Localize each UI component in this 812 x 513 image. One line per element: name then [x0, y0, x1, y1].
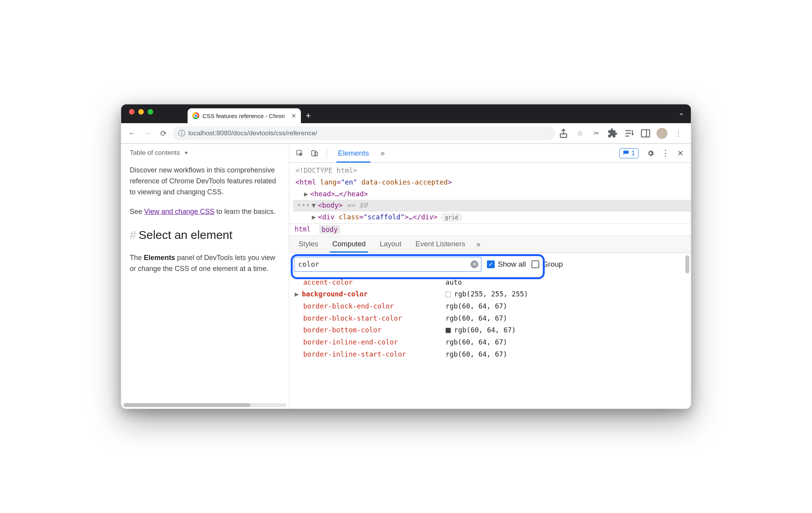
scrollbar-thumb[interactable] — [123, 403, 250, 407]
toc-toggle[interactable]: Table of contents ▼ — [130, 148, 280, 158]
toc-label: Table of contents — [130, 148, 180, 158]
computed-row[interactable]: border-block-end-colorrgb(60, 64, 67) — [289, 300, 691, 312]
more-subtabs-icon[interactable]: » — [476, 240, 481, 249]
see-paragraph: See View and change CSS to learn the bas… — [130, 206, 280, 217]
body-element-selected[interactable]: •••▼<body> == $0 — [293, 200, 691, 212]
view-change-css-link[interactable]: View and change CSS — [144, 208, 215, 215]
horizontal-scrollbar[interactable] — [123, 403, 286, 407]
anchor-hash[interactable]: # — [130, 228, 136, 241]
color-swatch-icon[interactable] — [445, 328, 451, 333]
crumb-html[interactable]: html — [295, 225, 311, 234]
more-tabs-icon[interactable]: » — [376, 147, 389, 160]
body-paragraph: The Elements panel of DevTools lets you … — [130, 253, 280, 274]
devtools-toolbar: Elements » 1 ⋮ ✕ — [289, 144, 691, 163]
filter-input-wrap: ✕ — [294, 257, 481, 272]
styles-subtabs: Styles Computed Layout Event Listeners » — [289, 236, 691, 253]
chrome-favicon-icon — [192, 112, 199, 119]
bookmark-icon[interactable]: ☆ — [574, 128, 585, 139]
doctype-node: <!DOCTYPE html> — [295, 167, 357, 174]
computed-property: border-block-start-color — [289, 312, 445, 325]
chrome-menu-icon[interactable]: ⋮ — [673, 128, 684, 139]
dom-breadcrumb: html body — [289, 223, 691, 236]
html-element[interactable]: <html lang="en" data-cookies-accepted> — [293, 177, 691, 188]
toolbar-actions: ☆ ✂ ⋮ — [558, 128, 686, 139]
close-devtools-icon[interactable]: ✕ — [674, 147, 687, 160]
computed-value: rgb(60, 64, 67) — [445, 324, 516, 336]
subtab-computed[interactable]: Computed — [325, 235, 372, 253]
reload-button[interactable]: ⟳ — [157, 127, 170, 140]
body-prefix: The — [130, 254, 144, 262]
filter-input[interactable] — [294, 257, 481, 272]
expand-arrow-icon[interactable]: ▶ — [304, 188, 309, 200]
dom-tree[interactable]: <!DOCTYPE html> <html lang="en" data-coo… — [289, 163, 691, 223]
scope-indicator: == $0 — [343, 201, 367, 209]
back-button[interactable]: ← — [126, 127, 138, 140]
expand-arrow-icon[interactable]: ▶ — [295, 290, 299, 298]
crumb-body[interactable]: body — [319, 225, 340, 234]
collapse-arrow-icon[interactable]: ▼ — [312, 200, 317, 212]
vertical-scrollbar[interactable] — [685, 255, 689, 273]
extensions-icon[interactable] — [607, 128, 618, 139]
close-window-icon[interactable] — [129, 109, 134, 115]
tabs-overflow-icon[interactable]: ⌄ — [679, 109, 684, 117]
site-info-icon[interactable]: ⓘ — [178, 129, 185, 138]
subtab-event-listeners[interactable]: Event Listeners — [408, 235, 472, 253]
issues-badge[interactable]: 1 — [619, 148, 639, 158]
new-tab-button[interactable]: + — [301, 108, 316, 123]
tab-elements[interactable]: Elements — [333, 144, 374, 163]
computed-filter-row: ✕ ✓ Show all Group — [289, 253, 691, 276]
computed-row[interactable]: accent-colorauto — [289, 276, 691, 289]
show-all-checkbox[interactable]: ✓ Show all — [487, 260, 526, 269]
settings-gear-icon[interactable] — [644, 147, 657, 160]
forward-button[interactable]: → — [141, 127, 154, 140]
inspect-element-icon[interactable] — [293, 147, 306, 160]
scissors-icon[interactable]: ✂ — [591, 128, 602, 139]
computed-property: border-bottom-color — [289, 324, 445, 336]
close-tab-icon[interactable]: ✕ — [291, 112, 296, 120]
section-heading: #Select an element — [130, 226, 280, 244]
head-element[interactable]: ▶<head>…</head> — [293, 188, 691, 200]
url-host: localhost:8080/docs/devtools/css/referen… — [188, 129, 317, 137]
group-checkbox[interactable]: Group — [531, 260, 563, 269]
computed-property: border-inline-end-color — [289, 336, 445, 348]
show-all-label: Show all — [498, 260, 526, 269]
computed-property: ▶background-color — [289, 288, 445, 300]
expand-arrow-icon[interactable]: ▶ — [312, 212, 317, 223]
see-suffix: to learn the basics. — [215, 208, 275, 215]
devtools-menu-icon[interactable]: ⋮ — [659, 147, 672, 160]
color-swatch-icon[interactable] — [445, 292, 451, 297]
computed-value: rgb(60, 64, 67) — [445, 348, 507, 361]
devtools-panel: Elements » 1 ⋮ ✕ <!DOCTYPE html> <html l… — [289, 144, 691, 409]
subtab-layout[interactable]: Layout — [373, 235, 409, 253]
maximize-window-icon[interactable] — [148, 109, 153, 115]
see-prefix: See — [130, 208, 144, 215]
computed-row[interactable]: border-bottom-colorrgb(60, 64, 67) — [289, 324, 691, 336]
computed-row[interactable]: border-block-start-colorrgb(60, 64, 67) — [289, 312, 691, 325]
minimize-window-icon[interactable] — [138, 109, 144, 115]
group-label: Group — [542, 260, 563, 269]
computed-value: rgb(60, 64, 67) — [445, 336, 507, 348]
layout-badge[interactable]: grid — [441, 213, 463, 221]
computed-property: border-inline-start-color — [289, 348, 445, 361]
computed-row[interactable]: ▶background-colorrgb(255, 255, 255) — [289, 288, 691, 300]
browser-tab[interactable]: CSS features reference - Chron ✕ — [188, 108, 301, 123]
intro-paragraph: Discover new workflows in this comprehen… — [130, 165, 280, 198]
clear-filter-icon[interactable]: ✕ — [470, 260, 478, 268]
share-icon[interactable] — [558, 128, 569, 139]
side-panel-icon[interactable] — [640, 128, 651, 139]
reading-list-icon[interactable] — [624, 128, 635, 139]
div-element[interactable]: ▶<div class="scaffold">…</div>grid — [293, 212, 691, 223]
checkbox-checked-icon: ✓ — [487, 260, 495, 268]
profile-avatar[interactable] — [656, 128, 667, 139]
browser-window: CSS features reference - Chron ✕ + ⌄ ← →… — [121, 104, 691, 409]
computed-value: auto — [445, 276, 462, 289]
address-bar[interactable]: ⓘ localhost:8080/docs/devtools/css/refer… — [173, 126, 555, 140]
ellipsis-icon[interactable]: ••• — [297, 201, 311, 209]
subtab-styles[interactable]: Styles — [292, 235, 325, 253]
computed-row[interactable]: border-inline-end-colorrgb(60, 64, 67) — [289, 336, 691, 348]
computed-row[interactable]: border-inline-start-colorrgb(60, 64, 67) — [289, 348, 691, 361]
device-toolbar-icon[interactable] — [308, 147, 321, 160]
tab-strip: CSS features reference - Chron ✕ + ⌄ — [121, 104, 691, 123]
computed-properties-list: accent-colorauto▶background-colorrgb(255… — [289, 276, 691, 409]
toolbar: ← → ⟳ ⓘ localhost:8080/docs/devtools/css… — [121, 123, 691, 143]
